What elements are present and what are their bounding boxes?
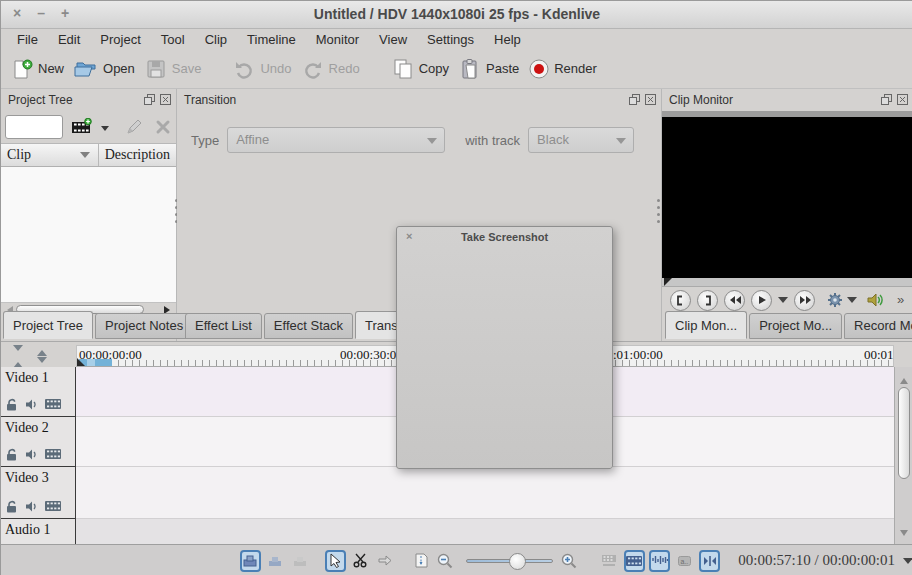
lock-open-icon[interactable]: [5, 448, 18, 461]
track-header-video3[interactable]: Video 3: [1, 467, 76, 519]
video-thumbnails-button[interactable]: [624, 550, 645, 572]
menu-help[interactable]: Help: [484, 31, 531, 48]
close-panel-icon[interactable]: [160, 94, 171, 105]
new-button[interactable]: New: [11, 58, 64, 80]
expand-tracks-icon[interactable]: [37, 345, 47, 368]
menu-settings[interactable]: Settings: [417, 31, 484, 48]
zoom-in-button[interactable]: [559, 550, 580, 572]
timecode-menu-arrow[interactable]: [903, 558, 912, 569]
spacer-tool-button[interactable]: [375, 550, 396, 572]
copy-button[interactable]: Copy: [392, 58, 449, 80]
speaker-icon[interactable]: [25, 500, 38, 513]
film-strip-icon[interactable]: [45, 398, 61, 410]
paste-button[interactable]: Paste: [459, 58, 519, 80]
tab-record-monitor[interactable]: Record Mon...: [844, 313, 912, 339]
track-body-video3[interactable]: [76, 467, 894, 519]
titlebar[interactable]: × – + Untitled / HDV 1440x1080i 25 fps -…: [1, 1, 912, 29]
settings-menu-arrow[interactable]: [847, 297, 857, 308]
close-panel-icon[interactable]: [897, 94, 908, 105]
zoom-out-button[interactable]: [435, 550, 456, 572]
with-track-select[interactable]: Black: [528, 127, 634, 153]
scroll-down-icon[interactable]: [900, 530, 908, 540]
monitor-video-area[interactable]: [662, 117, 912, 278]
play-menu-arrow[interactable]: [778, 297, 788, 308]
timeline-vscrollbar[interactable]: [894, 367, 912, 545]
menu-clip[interactable]: Clip: [195, 31, 237, 48]
select-tool-button[interactable]: [325, 550, 346, 572]
track-header-audio1[interactable]: Audio 1: [1, 519, 76, 545]
track-body-audio1[interactable]: [76, 519, 894, 545]
vscroll-thumb[interactable]: [898, 387, 910, 479]
snap-button[interactable]: [699, 550, 720, 572]
delete-clip-icon[interactable]: [155, 119, 171, 135]
dialog-close-icon[interactable]: ×: [406, 230, 412, 242]
menu-view[interactable]: View: [369, 31, 417, 48]
speaker-icon[interactable]: [25, 398, 38, 411]
project-clip-list[interactable]: [1, 167, 176, 303]
volume-icon[interactable]: [867, 292, 885, 308]
render-button[interactable]: Render: [529, 59, 597, 79]
razor-tool-button[interactable]: [350, 550, 371, 572]
column-header-description[interactable]: Description: [99, 144, 176, 166]
select-tool-icon: [329, 553, 342, 568]
menu-tool[interactable]: Tool: [151, 31, 195, 48]
zoom-fit-button[interactable]: [410, 550, 431, 572]
forward-button[interactable]: [794, 290, 815, 311]
film-strip-icon[interactable]: [45, 448, 61, 460]
tab-project-notes[interactable]: Project Notes: [95, 313, 193, 339]
zoom-slider[interactable]: [466, 559, 553, 563]
rewind-icon: [729, 295, 741, 305]
menu-project[interactable]: Project: [90, 31, 150, 48]
audio-thumbnails-button[interactable]: [649, 550, 670, 572]
float-panel-icon[interactable]: [144, 94, 155, 105]
float-panel-icon[interactable]: [881, 94, 892, 105]
insert-mode-button[interactable]: [290, 550, 311, 572]
menu-monitor[interactable]: Monitor: [306, 31, 369, 48]
monitor-seek-ruler[interactable]: [662, 278, 912, 287]
tab-effect-list[interactable]: Effect List: [185, 313, 262, 339]
rewind-button[interactable]: [724, 290, 745, 311]
tab-project-monitor[interactable]: Project Mo...: [749, 313, 842, 339]
overwrite-mode-button[interactable]: [265, 550, 286, 572]
settings-gear-icon[interactable]: [827, 292, 843, 308]
track-header-video1[interactable]: Video 1: [1, 367, 76, 417]
zoom-out-icon: [437, 553, 453, 569]
zoom-slider-handle[interactable]: [509, 553, 526, 570]
play-button[interactable]: [751, 290, 772, 311]
redo-button[interactable]: Redo: [302, 58, 360, 80]
film-strip-icon[interactable]: [45, 500, 61, 512]
open-button[interactable]: Open: [74, 58, 135, 80]
menu-file[interactable]: File: [7, 31, 48, 48]
float-panel-icon[interactable]: [629, 94, 640, 105]
collapse-tracks-icon[interactable]: [13, 345, 23, 368]
marker-comments-button[interactable]: a..: [674, 550, 695, 572]
add-clip-icon[interactable]: [71, 118, 93, 136]
column-header-clip[interactable]: Clip: [1, 144, 99, 166]
overflow-chevron-icon[interactable]: »: [897, 292, 904, 307]
zone-start-button[interactable]: [670, 290, 691, 311]
tab-effect-stack[interactable]: Effect Stack: [264, 313, 353, 339]
lock-open-icon[interactable]: [5, 398, 18, 411]
playhead-marker[interactable]: [77, 358, 85, 366]
project-search-input[interactable]: [5, 115, 63, 139]
menu-edit[interactable]: Edit: [48, 31, 90, 48]
panel-splitter-right[interactable]: [657, 199, 660, 223]
normal-edit-mode-button[interactable]: [240, 550, 261, 572]
edit-clip-icon[interactable]: [125, 118, 143, 136]
redo-icon: [302, 58, 324, 80]
scroll-up-icon[interactable]: [900, 374, 908, 384]
split-audio-button[interactable]: [599, 550, 620, 572]
close-panel-icon[interactable]: [645, 94, 656, 105]
take-screenshot-dialog[interactable]: × Take Screenshot: [396, 226, 613, 469]
undo-button[interactable]: Undo: [233, 58, 291, 80]
zone-end-button[interactable]: [697, 290, 718, 311]
tab-project-tree[interactable]: Project Tree: [3, 311, 93, 339]
menu-timeline[interactable]: Timeline: [237, 31, 306, 48]
lock-open-icon[interactable]: [5, 500, 18, 513]
track-header-video2[interactable]: Video 2: [1, 417, 76, 467]
add-clip-menu-arrow[interactable]: [101, 126, 109, 135]
speaker-icon[interactable]: [25, 448, 38, 461]
save-button[interactable]: Save: [145, 58, 202, 80]
tab-clip-monitor[interactable]: Clip Mon...: [665, 311, 747, 339]
transition-type-select[interactable]: Affine: [227, 127, 445, 153]
